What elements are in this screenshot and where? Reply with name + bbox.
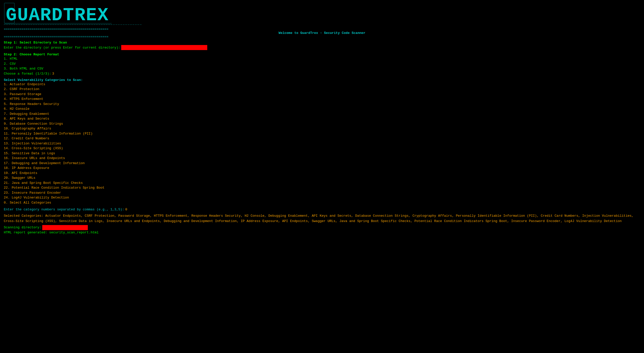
step2-prompt-line: Choose a format (1/2/3): 3 <box>4 72 640 76</box>
separator-bottom: ========================================… <box>4 35 640 39</box>
cat-1: 1. Actuator Endpoints <box>4 82 640 87</box>
cat-16: 16. Insecure URLs and Endpoints <box>4 156 640 161</box>
welcome-message: Welcome to GuardTrex - Security Code Sca… <box>4 31 640 35</box>
category-prompt-line: Enter the category numbers separated by … <box>4 208 640 211</box>
cat-10: 10. Cryptography Affairs <box>4 126 640 131</box>
category-prompt-value: 0 <box>125 208 127 211</box>
step1-header: Step 1: Select Directory to Scan <box>4 41 640 45</box>
format-option-3: 3. Both HTML and CSV <box>4 66 640 71</box>
logo-subtitle: ────────────────────────────────────────… <box>4 23 640 26</box>
cat-18: 18. IP Address Exposure <box>4 166 640 171</box>
category-prompt-text: Enter the category numbers separated by … <box>4 208 124 211</box>
cat-17: 17. Debugging and Development Informatio… <box>4 161 640 166</box>
cat-12: 12. Credit Card Numbers <box>4 136 640 141</box>
cat-3: 3. Password Storage <box>4 92 640 97</box>
categories-title: Select Vulnerability Categories to Scan: <box>4 78 640 82</box>
cat-5: 5. Response Headers Security <box>4 102 640 107</box>
html-report-output: HTML report generated: security_scan_rep… <box>4 231 640 234</box>
cat-20: 20. Swagger URLs <box>4 175 640 181</box>
cat-6: 6. H2 Console <box>4 106 640 112</box>
cat-0: 0. Select All Categories <box>4 200 640 205</box>
step1-input-box[interactable] <box>121 45 207 50</box>
cat-19: 19. API Endpoints <box>4 171 640 176</box>
selected-label: Selected Categories: <box>4 214 43 218</box>
cat-9: 9. Database Connection Strings <box>4 121 640 126</box>
selected-categories-block: Selected Categories: Actuator Endpoints,… <box>4 213 640 224</box>
selected-text: Actuator Endpoints, CSRF Protection, Pas… <box>4 214 634 223</box>
cat-21: 21. Java and Spring Boot Specific Checks <box>4 181 640 186</box>
step2-value: 3 <box>52 72 54 76</box>
format-option-2: 2. CSV <box>4 61 640 67</box>
scanning-input-box[interactable] <box>42 225 88 230</box>
scanning-line: Scanning directory: <box>4 225 640 230</box>
step2-header: Step 2: Choose Report Format <box>4 53 640 56</box>
scanning-label: Scanning directory: <box>4 226 41 229</box>
format-option-1: 1. HTML <box>4 56 640 61</box>
cat-4: 4. HTTPS Enforcement <box>4 97 640 102</box>
svg-text:GUARDTREX: GUARDTREX <box>6 5 109 25</box>
cat-22: 22. Potential Race Condition Indicators … <box>4 185 640 190</box>
cat-7: 7. Debugging Enablement <box>4 112 640 117</box>
cat-13: 13. Injection Vulnerabilities <box>4 141 640 146</box>
categories-list: 1. Actuator Endpoints 2. CSRF Protection… <box>4 82 640 205</box>
cat-14: 14. Cross-Site Scripting (XSS) <box>4 146 640 151</box>
app-logo: .seg { fill: none; stroke: #00cccc; stro… <box>4 3 640 26</box>
cat-24: 24. Log4J Vulnerability Detection <box>4 195 640 200</box>
cat-8: 8. API Keys and Secrets <box>4 116 640 121</box>
cat-2: 2. CSRF Protection <box>4 87 640 92</box>
separator-top: ========================================… <box>4 27 640 31</box>
step1-prompt-text: Enter the directory (or press Enter for … <box>4 46 120 50</box>
step1-prompt-line: Enter the directory (or press Enter for … <box>4 45 640 50</box>
cat-11: 11. Personally Identifiable Information … <box>4 131 640 136</box>
step2-prompt-text: Choose a format (1/2/3): <box>4 72 51 76</box>
cat-23: 23. Insecure Password Encoder <box>4 190 640 195</box>
cat-15: 15. Sensitive Data in Logs <box>4 151 640 156</box>
